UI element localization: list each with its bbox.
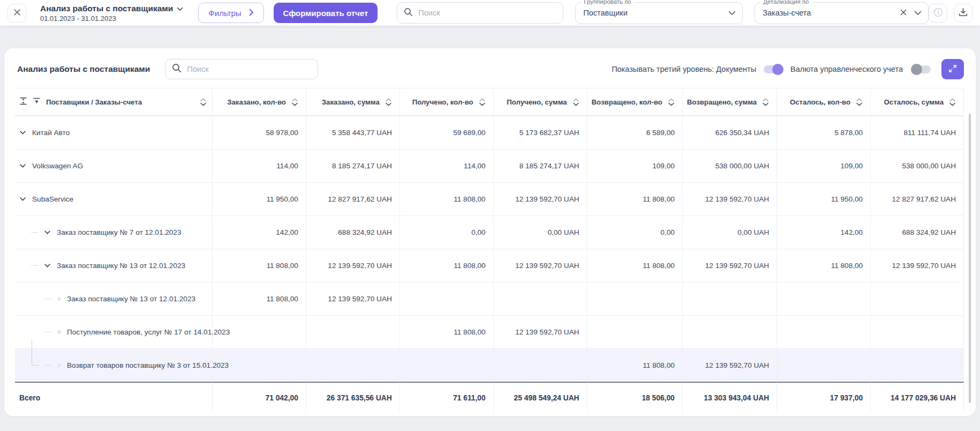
row-tree-cell: Поступление товаров, услуг № 17 от 14.01…: [15, 315, 212, 348]
table-cell: 142,00: [212, 216, 306, 249]
topbar-search-input[interactable]: [418, 9, 556, 17]
totals-cell: 71 611,00: [399, 382, 493, 413]
column-header[interactable]: Заказано, кол-во: [212, 88, 306, 116]
table-cell: 12 139 592,70 UAH: [682, 348, 777, 382]
row-expand-chevron-icon[interactable]: [44, 230, 51, 235]
title-chevron-icon[interactable]: [177, 4, 183, 13]
chevron-down-icon[interactable]: [914, 8, 922, 18]
sort-icon[interactable]: [856, 98, 863, 106]
close-button[interactable]: [7, 4, 26, 23]
chevron-down-icon[interactable]: [728, 8, 736, 18]
column-header[interactable]: Получено, кол-во: [399, 88, 493, 116]
table-cell: [682, 282, 777, 315]
row-expand-chevron-icon[interactable]: [44, 263, 51, 268]
row-label: Поступление товаров, услуг № 17 от 14.01…: [67, 328, 230, 336]
sort-icon[interactable]: [385, 98, 392, 106]
card-title: Анализ работы с поставщиками: [17, 64, 150, 74]
row-tree-cell: Заказ поставщику № 13 от 12.01.2023: [15, 249, 212, 282]
date-range[interactable]: 01.01.2023 - 31.01.2023: [40, 14, 183, 23]
table-cell: 109,00: [777, 149, 870, 182]
expand-all-icon[interactable]: [33, 97, 41, 107]
column-header[interactable]: Возвращено, сумма: [682, 88, 777, 116]
table-cell: [870, 348, 964, 382]
generate-report-button[interactable]: Сформировать отчет: [274, 3, 378, 23]
close-icon: [13, 9, 21, 18]
download-button[interactable]: [954, 4, 973, 23]
detail-by-value: Заказы-счета: [763, 9, 900, 17]
table-cell: 12 827 917,62 UAH: [870, 182, 964, 216]
sort-icon[interactable]: [572, 98, 579, 106]
table-cell: 5 173 682,37 UAH: [493, 116, 587, 149]
tree-dot-marker: [57, 363, 61, 367]
row-label: SubaService: [32, 195, 73, 203]
detail-by-select[interactable]: Детализация по Заказы-счета: [755, 2, 929, 24]
sort-icon[interactable]: [291, 98, 298, 106]
row-expand-chevron-icon[interactable]: [19, 130, 26, 135]
totals-label-text: Всего: [19, 394, 40, 402]
column-header[interactable]: Заказано, сумма: [306, 88, 399, 116]
table-cell: 11 808,00: [587, 348, 682, 382]
currency-toggle[interactable]: [911, 65, 931, 73]
fullscreen-button[interactable]: [941, 59, 964, 79]
column-header-label: Поставщики / Заказы-счета: [46, 98, 192, 106]
clear-icon[interactable]: [900, 8, 907, 18]
tree-dash-connector: [31, 232, 38, 233]
detail-by-label: Детализация по: [760, 0, 811, 5]
column-header[interactable]: Получено, сумма: [493, 88, 587, 116]
row-tree-cell: Volkswagen AG: [15, 149, 212, 182]
table-cell: 688 324,92 UAH: [870, 216, 964, 249]
topbar: Анализ работы с поставщиками 01.01.2023 …: [0, 0, 980, 26]
table-cell: 8 185 274,17 UAH: [493, 149, 587, 182]
totals-label: Всего: [15, 382, 212, 413]
table-cell: 114,00: [212, 149, 306, 182]
column-header[interactable]: Возвращено, кол-во: [587, 88, 682, 116]
table-cell: 11 808,00: [399, 249, 493, 282]
column-header[interactable]: Осталось, кол-во: [777, 88, 870, 116]
column-header[interactable]: Осталось, сумма: [870, 88, 964, 116]
totals-cell: 26 371 635,56 UAH: [306, 382, 399, 413]
column-header-label: Возвращено, кол-во: [592, 98, 662, 106]
collapse-all-icon[interactable]: [19, 97, 27, 107]
group-by-select[interactable]: Группировать по Поставщики: [575, 2, 743, 24]
table-cell: 0,00: [399, 216, 493, 249]
column-header-suppliers[interactable]: Поставщики / Заказы-счета: [15, 88, 212, 116]
row-expand-chevron-icon[interactable]: [19, 197, 26, 202]
table-cell: [587, 282, 682, 315]
table-cell: [399, 348, 493, 382]
row-expand-chevron-icon[interactable]: [19, 164, 26, 168]
table-cell: 11 808,00: [212, 282, 306, 315]
third-level-toggle[interactable]: [764, 65, 783, 73]
card-header: Анализ работы с поставщиками Показывать …: [4, 48, 976, 88]
report-title: Анализ работы с поставщиками: [40, 4, 173, 13]
table-cell: 12 139 592,70 UAH: [870, 249, 964, 282]
row-tree-cell: Заказ поставщику № 7 от 12.01.2023: [15, 216, 212, 249]
column-header-label: Заказано, кол-во: [227, 98, 286, 106]
sort-icon[interactable]: [479, 98, 486, 106]
table-cell: [682, 315, 777, 348]
download-icon: [959, 8, 968, 18]
table-cell: 811 111,74 UAH: [870, 116, 964, 149]
vertical-scrollbar[interactable]: [969, 114, 971, 403]
sort-icon[interactable]: [200, 98, 207, 106]
table-cell: 12 139 592,70 UAH: [682, 182, 777, 216]
totals-cell: 14 177 029,36 UAH: [870, 382, 964, 413]
table-cell: 12 139 592,70 UAH: [682, 249, 777, 282]
table-search-input[interactable]: [187, 65, 311, 73]
sort-icon[interactable]: [949, 98, 956, 106]
table-cell: [870, 315, 964, 348]
row-tree-cell: Возврат товаров поставщику № 3 от 15.01.…: [15, 348, 212, 382]
sort-icon[interactable]: [668, 98, 675, 106]
sort-icon[interactable]: [762, 98, 769, 106]
third-level-toggle-label: Показывать третий уровень: Документы: [612, 65, 756, 73]
report-title-block: Анализ работы с поставщиками 01.01.2023 …: [40, 4, 183, 23]
table-cell: 12 827 917,62 UAH: [306, 182, 399, 216]
table-cell: 626 350,34 UAH: [682, 116, 777, 149]
tree-dot-marker: [57, 297, 61, 301]
info-button[interactable]: [929, 4, 947, 23]
filters-button[interactable]: Фильтры: [198, 3, 263, 23]
filters-button-label: Фильтры: [208, 9, 241, 18]
topbar-search: [397, 2, 563, 24]
table-cell: [493, 282, 587, 315]
totals-cell: 13 303 943,04 UAH: [682, 382, 777, 413]
table-cell: 12 139 592,70 UAH: [493, 182, 587, 216]
